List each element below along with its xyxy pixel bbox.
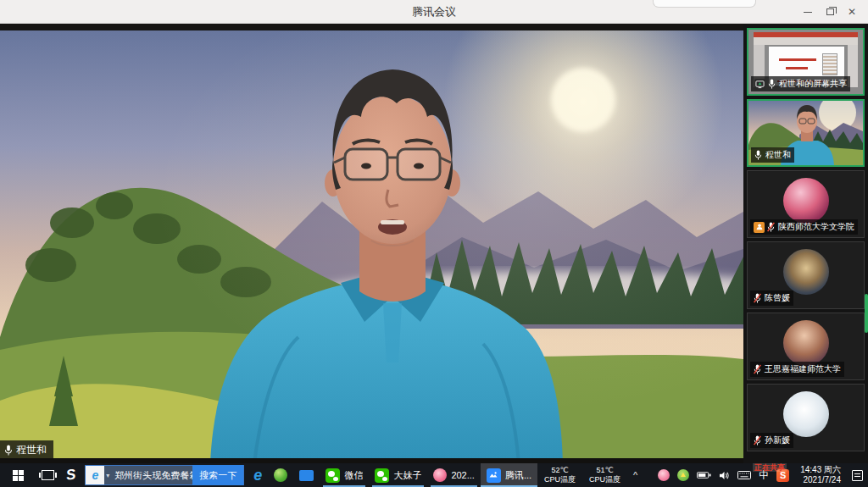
participant-name-tag: 程世和: [751, 147, 794, 163]
app-tencent-meeting[interactable]: 腾讯...: [481, 463, 537, 487]
touch-keyboard-icon[interactable]: [737, 471, 751, 479]
participant-avatar: [783, 249, 829, 295]
app-label: 微信: [344, 469, 363, 482]
participant-name: 孙新媛: [765, 434, 790, 446]
ie-search-icon: e: [86, 466, 104, 484]
close-icon: ✕: [848, 7, 856, 17]
window-title: 腾讯会议: [412, 4, 456, 19]
tencent-meeting-icon: [487, 468, 501, 483]
cpu-temp-label: CPU温度: [544, 475, 576, 484]
desktop-screen: 腾讯会议 ✕: [0, 0, 868, 487]
clock-date: 2021/7/24: [804, 475, 842, 486]
cpu-temp-label: CPU温度: [589, 475, 620, 484]
participant-name: 王思嘉福建师范大学: [765, 363, 841, 375]
mic-on-icon: [4, 445, 13, 456]
app-group-chat[interactable]: 202...: [427, 463, 481, 487]
participant-avatar: [783, 391, 829, 437]
app-wechat[interactable]: 微信: [320, 463, 369, 487]
video-letterbox-top: [0, 24, 743, 30]
participant-name-tag: 王思嘉福建师范大学: [750, 362, 844, 377]
mic-on-icon: [754, 150, 763, 161]
volume-icon[interactable]: [719, 471, 730, 480]
participant-name: 程世和: [765, 149, 791, 161]
participant-tile-video[interactable]: 程世和: [747, 99, 865, 167]
search-button[interactable]: 搜索一下: [192, 465, 243, 485]
wechat-icon: [375, 468, 389, 483]
app-wechat-chat[interactable]: 大妹子: [369, 463, 427, 487]
task-view-icon: [42, 470, 54, 480]
participant-tile-avatar[interactable]: 王思嘉福建师范大学: [747, 313, 865, 380]
meeting-content: 程世和: [0, 24, 868, 463]
minimize-button[interactable]: [797, 0, 819, 24]
search-input[interactable]: 郑州街头现免费餐箱: [111, 469, 192, 482]
task-view-button[interactable]: [36, 463, 60, 487]
maximize-button[interactable]: [819, 0, 841, 24]
taskbar-search-box[interactable]: e ▾ 郑州街头现免费餐箱 搜索一下: [85, 465, 244, 485]
chevron-up-icon: ^: [633, 470, 637, 480]
s-swirl-icon: S: [65, 466, 77, 484]
participant-name: 陈曾媛: [765, 292, 790, 304]
cpu-temp-monitor-2[interactable]: 51℃ CPU温度: [582, 463, 627, 487]
app-security-suite[interactable]: [268, 463, 293, 487]
main-speaker-video[interactable]: 程世和: [0, 24, 743, 463]
app-label: 腾讯...: [505, 469, 531, 482]
s-app-button[interactable]: S: [60, 463, 81, 487]
speaker-name: 程世和: [16, 443, 47, 457]
battery-icon[interactable]: [697, 471, 711, 479]
cpu-temp-value: 52℃: [552, 466, 569, 475]
minimize-icon: [804, 12, 812, 13]
mic-muted-icon: [754, 364, 762, 375]
participants-sidebar: 程世和的屏幕共享: [743, 24, 868, 463]
participant-name-tag: 孙新媛: [750, 433, 793, 448]
tray-green-app-icon[interactable]: [677, 469, 689, 481]
wechat-icon: [326, 468, 340, 483]
participant-name: 程世和的屏幕共享: [779, 78, 847, 90]
show-hidden-icons-button[interactable]: ^: [627, 463, 643, 487]
app-internet-explorer[interactable]: e: [248, 463, 268, 487]
blue-app-icon: [299, 470, 314, 481]
participant-name-tag: 程世和的屏幕共享: [751, 76, 850, 91]
speaker-name-tag: 程世和: [0, 440, 53, 460]
mic-on-icon: [768, 79, 776, 90]
security-ball-icon: [274, 468, 287, 482]
participant-name-tag: 陕西师范大学文学院: [750, 219, 858, 235]
restore-icon: [826, 8, 834, 15]
clock-time: 14:43 周六: [800, 465, 841, 476]
group-chat-icon: [433, 468, 447, 482]
start-button[interactable]: [0, 463, 36, 487]
action-center-icon: [852, 470, 863, 481]
participant-name: 陕西师范大学文学院: [778, 221, 854, 233]
internet-explorer-icon: e: [253, 468, 262, 483]
participant-tile-screen-share[interactable]: 程世和的屏幕共享: [747, 28, 865, 96]
windows-taskbar: S e ▾ 郑州街头现免费餐箱 搜索一下 e 微信 大妹子 202...: [0, 463, 868, 487]
participant-avatar: [783, 178, 829, 224]
participant-avatar: [783, 320, 829, 366]
mic-muted-icon: [767, 222, 776, 233]
sidebar-scrollbar[interactable]: [865, 294, 868, 333]
search-caret-icon[interactable]: ▾: [106, 472, 109, 479]
app-label: 202...: [451, 470, 475, 480]
member-badge-icon: [754, 222, 765, 233]
screen-share-icon: [754, 79, 765, 90]
app-label: 大妹子: [393, 469, 421, 482]
participant-tile-avatar[interactable]: 孙新媛: [747, 384, 865, 451]
tray-pink-app-icon[interactable]: [658, 469, 670, 481]
screen-sharing-status: 正在共享: [753, 463, 787, 472]
close-button[interactable]: ✕: [841, 0, 863, 24]
mic-muted-icon: [754, 293, 762, 304]
participant-name-tag: 陈曾媛: [750, 291, 793, 306]
mic-muted-icon: [754, 435, 762, 446]
popup-remnant: [653, 0, 756, 8]
action-center-button[interactable]: [852, 470, 863, 481]
virtual-background-scene: [0, 24, 743, 463]
cpu-temp-monitor-1[interactable]: 52℃ CPU温度: [537, 463, 582, 487]
app-blue-window[interactable]: [293, 463, 320, 487]
windows-logo-icon: [13, 470, 24, 481]
window-controls: ✕: [797, 0, 863, 24]
participant-tile-avatar[interactable]: 陕西师范大学文学院: [747, 170, 865, 238]
participant-tile-avatar[interactable]: 陈曾媛: [747, 241, 865, 309]
taskbar-clock[interactable]: 14:43 周六 2021/7/24: [797, 465, 844, 486]
cpu-temp-value: 51℃: [597, 466, 614, 475]
